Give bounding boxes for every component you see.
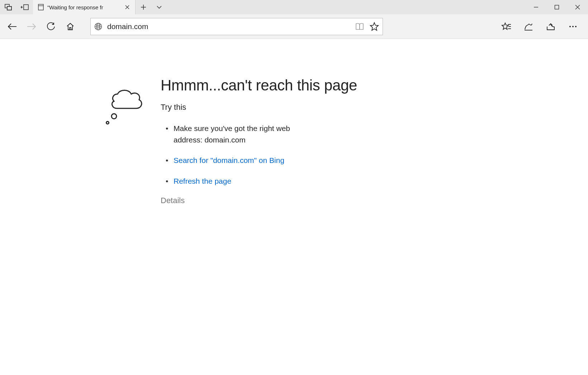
notes-button[interactable] — [518, 17, 539, 36]
minimize-button[interactable] — [526, 0, 546, 14]
refresh-page-link[interactable]: Refresh the page — [174, 177, 231, 185]
svg-rect-4 — [38, 4, 43, 10]
details-toggle[interactable]: Details — [161, 196, 492, 205]
favorite-star-icon[interactable] — [370, 22, 379, 31]
globe-icon — [94, 23, 102, 31]
new-tab-button[interactable] — [136, 0, 151, 14]
maximize-button[interactable] — [546, 0, 567, 14]
suggestion-domain: domain.com — [204, 136, 245, 144]
set-aside-tabs-button[interactable] — [16, 0, 33, 14]
titlebar-drag-area — [167, 0, 526, 14]
error-message-column: Hmmm...can't reach this page Try this Ma… — [161, 64, 492, 205]
svg-point-26 — [112, 114, 117, 119]
titlebar-left — [0, 0, 33, 14]
close-window-button[interactable] — [567, 0, 588, 14]
more-button[interactable] — [562, 17, 584, 36]
toolbar-right — [495, 17, 585, 36]
browser-tab[interactable]: "Waiting for response fr — [33, 0, 136, 14]
toolbar — [0, 14, 588, 39]
svg-point-24 — [572, 26, 574, 27]
window-controls — [526, 0, 588, 14]
tab-title: "Waiting for response fr — [47, 4, 119, 10]
error-page: Hmmm...can't reach this page Try this Ma… — [0, 39, 492, 205]
suggestion-search: Search for "domain.com" on Bing — [161, 155, 315, 166]
svg-point-23 — [569, 26, 571, 27]
svg-rect-11 — [555, 5, 559, 9]
home-button[interactable] — [61, 17, 80, 36]
back-button[interactable] — [3, 17, 22, 36]
refresh-button[interactable] — [42, 17, 60, 36]
svg-rect-3 — [24, 5, 28, 10]
tab-preview-button[interactable] — [0, 0, 16, 14]
tab-close-button[interactable] — [123, 3, 132, 11]
thought-bubble-icon — [103, 84, 150, 205]
search-bing-link[interactable]: Search for "domain.com" on Bing — [174, 156, 284, 164]
error-title: Hmmm...can't reach this page — [161, 77, 492, 94]
suggestion-refresh: Refresh the page — [161, 175, 315, 187]
tab-dropdown-button[interactable] — [151, 0, 167, 14]
try-this-label: Try this — [161, 103, 492, 112]
reading-view-icon[interactable] — [355, 23, 364, 31]
suggestion-check-address: Make sure you've got the right web addre… — [161, 123, 315, 145]
svg-point-27 — [106, 122, 109, 124]
error-illustration-column — [0, 64, 161, 205]
tab-actions — [136, 0, 167, 14]
page-icon — [38, 4, 44, 10]
address-bar[interactable] — [90, 18, 383, 35]
forward-button[interactable] — [22, 17, 41, 36]
suggestion-list: Make sure you've got the right web addre… — [161, 123, 315, 187]
titlebar: "Waiting for response fr — [0, 0, 588, 14]
url-input[interactable] — [107, 22, 350, 31]
share-button[interactable] — [540, 17, 561, 36]
address-bar-actions — [355, 22, 379, 31]
favorites-hub-button[interactable] — [495, 17, 517, 36]
svg-rect-1 — [7, 6, 11, 10]
svg-point-25 — [575, 26, 577, 27]
